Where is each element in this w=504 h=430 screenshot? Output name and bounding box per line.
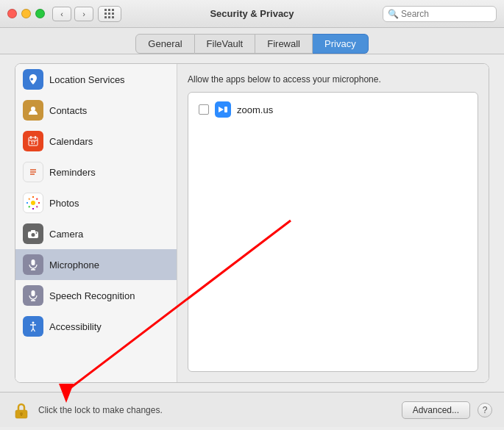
nav-buttons: ‹ › [52, 7, 93, 21]
search-icon: 🔍 [388, 9, 399, 19]
sidebar-label-photos: Photos [49, 198, 79, 209]
location-services-icon [23, 69, 43, 90]
right-panel: Allow the apps below to access your micr… [177, 64, 489, 382]
search-input[interactable] [401, 9, 491, 19]
sidebar-item-calendars[interactable]: 17 Calendars [15, 126, 177, 157]
calendars-icon: 17 [23, 131, 43, 151]
svg-line-17 [29, 207, 30, 208]
sidebar-item-photos[interactable]: Photos [15, 187, 177, 218]
tabs-bar: General FileVault Firewall Privacy [0, 28, 504, 54]
sidebar-item-speech-recognition[interactable]: Speech Recognition [15, 280, 177, 311]
svg-line-14 [29, 198, 30, 200]
svg-rect-30 [224, 107, 227, 112]
tab-privacy[interactable]: Privacy [313, 34, 369, 54]
sidebar-item-contacts[interactable]: Contacts [15, 95, 177, 126]
sidebar-item-accessibility[interactable]: Accessibility [15, 311, 177, 342]
sidebar-label-calendars: Calendars [49, 136, 93, 147]
zoom-checkbox[interactable] [199, 104, 209, 115]
camera-icon [23, 223, 43, 244]
sidebar-label-speech-recognition: Speech Recognition [49, 290, 135, 301]
sidebar-label-reminders: Reminders [49, 167, 96, 178]
traffic-lights [7, 9, 45, 18]
sidebar-item-microphone[interactable]: Microphone [15, 249, 177, 280]
sidebar-label-contacts: Contacts [49, 105, 87, 116]
photos-icon [23, 193, 43, 213]
speech-recognition-icon [23, 285, 43, 306]
sidebar-label-camera: Camera [49, 229, 83, 240]
accessibility-icon [23, 316, 43, 337]
grid-icon [104, 9, 115, 19]
minimize-button[interactable] [21, 9, 31, 18]
app-item-zoom: zoom.us [194, 98, 472, 121]
forward-button[interactable]: › [74, 7, 93, 21]
reminders-icon [23, 162, 43, 182]
app-list: zoom.us [188, 92, 478, 372]
grid-button[interactable] [98, 6, 121, 22]
lock-text: Click the lock to make changes. [38, 405, 394, 415]
sidebar: Location Services Contacts [15, 64, 177, 382]
tab-filevault[interactable]: FileVault [195, 34, 256, 54]
svg-point-27 [32, 322, 35, 324]
sidebar-item-location-services[interactable]: Location Services [15, 64, 177, 95]
advanced-button[interactable]: Advanced... [402, 401, 470, 419]
help-button[interactable]: ? [478, 403, 492, 418]
panel-description: Allow the apps below to access your micr… [188, 74, 478, 85]
main-content: Location Services Contacts [0, 54, 504, 392]
sidebar-label-microphone: Microphone [49, 259, 99, 270]
back-button[interactable]: ‹ [52, 7, 71, 21]
window-title: Security & Privacy [210, 8, 294, 19]
svg-rect-21 [32, 259, 35, 265]
sidebar-label-location-services: Location Services [49, 74, 125, 85]
svg-text:17: 17 [31, 140, 36, 145]
svg-point-20 [36, 232, 38, 234]
lock-icon[interactable] [12, 401, 31, 420]
zoom-app-name: zoom.us [237, 104, 273, 115]
sidebar-item-camera[interactable]: Camera [15, 218, 177, 249]
svg-line-16 [37, 198, 38, 200]
tab-firewall[interactable]: Firewall [255, 34, 313, 54]
tab-general[interactable]: General [135, 34, 194, 54]
titlebar: ‹ › Security & Privacy 🔍 [0, 0, 504, 28]
svg-point-19 [32, 233, 35, 237]
microphone-icon [23, 254, 43, 275]
sidebar-item-reminders[interactable]: Reminders [15, 157, 177, 187]
svg-line-15 [37, 207, 38, 208]
close-button[interactable] [7, 9, 17, 18]
svg-rect-24 [32, 290, 35, 296]
search-bar[interactable]: 🔍 [383, 6, 497, 22]
contacts-icon [23, 100, 43, 121]
bottom-bar: Click the lock to make changes. Advanced… [0, 392, 504, 427]
maximize-button[interactable] [35, 9, 45, 18]
svg-point-9 [31, 201, 35, 205]
zoom-app-icon [215, 101, 231, 118]
content-area: Location Services Contacts [15, 63, 489, 383]
svg-rect-33 [21, 414, 22, 416]
sidebar-label-accessibility: Accessibility [49, 321, 102, 332]
